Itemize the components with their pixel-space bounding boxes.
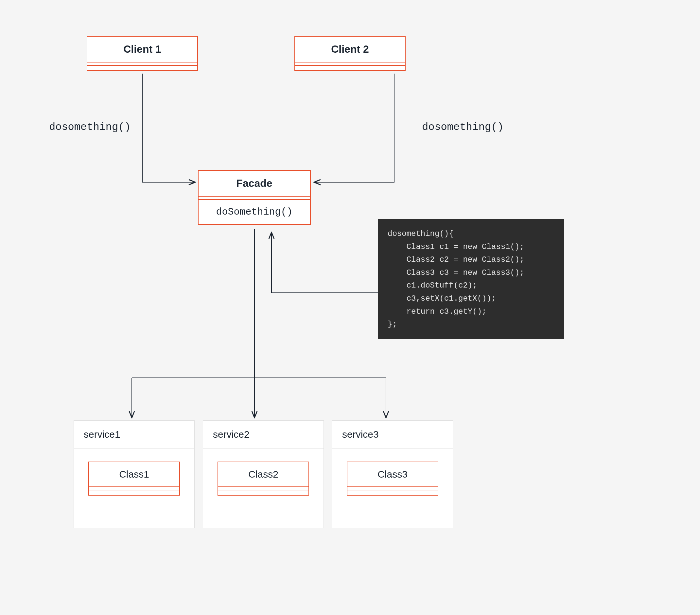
call-label-2: dosomething() <box>422 121 504 133</box>
facade-method: doSomething() <box>199 200 310 224</box>
service-1-name: service1 <box>74 421 194 449</box>
facade-box: Facade doSomething() <box>198 170 311 225</box>
facade-title: Facade <box>199 171 310 197</box>
class-1-box: Class1 <box>88 462 180 495</box>
facade-diagram: Client 1 Client 2 dosomething() dosometh… <box>0 0 700 615</box>
client-2-title: Client 2 <box>295 37 405 62</box>
client-2-box: Client 2 <box>295 36 405 71</box>
class-3-name: Class3 <box>347 462 438 487</box>
service-3-box: service3 Class3 <box>332 421 453 528</box>
class-2-name: Class2 <box>218 462 309 487</box>
client-1-box: Client 1 <box>87 36 198 71</box>
service-2-box: service2 Class2 <box>203 421 324 528</box>
service-2-name: service2 <box>203 421 324 449</box>
call-label-1: dosomething() <box>49 121 131 133</box>
code-snippet: dosomething(){ Class1 c1 = new Class1();… <box>378 219 564 339</box>
class-1-name: Class1 <box>89 462 179 487</box>
class-3-box: Class3 <box>347 462 438 495</box>
service-1-box: service1 Class1 <box>74 421 195 528</box>
client-1-title: Client 1 <box>87 37 197 62</box>
service-3-name: service3 <box>332 421 453 449</box>
class-2-box: Class2 <box>217 462 309 495</box>
